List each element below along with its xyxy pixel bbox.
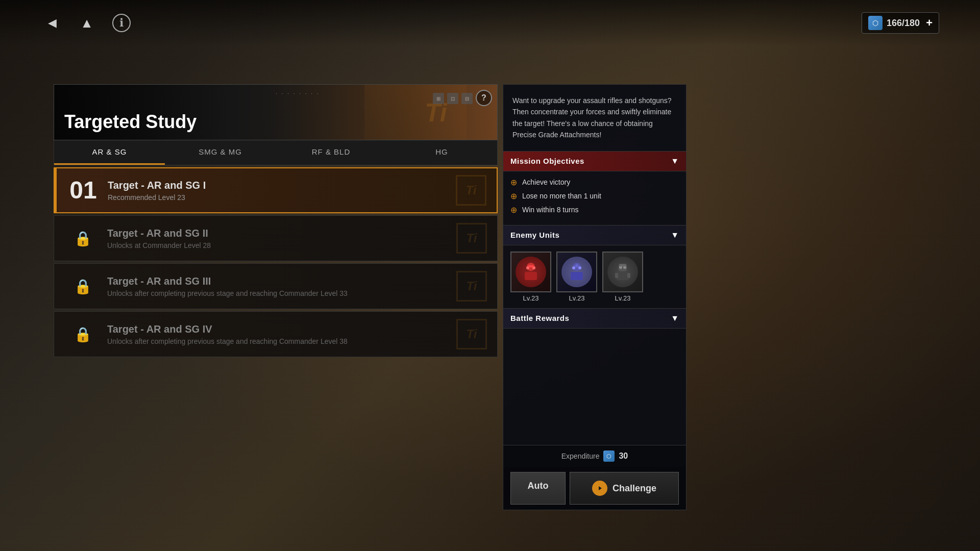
drive-button[interactable]: ▲ — [76, 12, 98, 34]
svg-rect-1 — [525, 272, 537, 280]
back-button[interactable]: ◀ — [41, 12, 63, 34]
mission-badge-4: Ti — [456, 319, 487, 349]
enemy-units-grid: Lv.23 Lv.23 — [503, 245, 686, 309]
unit-avatar-1 — [516, 257, 546, 287]
objectives-title: Mission Objectives — [510, 157, 584, 165]
objective-icon-1: ⊕ — [510, 178, 517, 187]
objective-3: ⊕ Win within 8 turns — [510, 205, 679, 215]
expenditure-bar: Expenditure ⬡ 30 — [503, 445, 686, 467]
header-icon-2: ⊡ — [447, 93, 458, 104]
mission-name-1: Target - AR and SG I — [108, 180, 488, 191]
action-buttons: Auto Challenge — [503, 467, 686, 510]
enemy-units-header[interactable]: Enemy Units ▼ — [503, 226, 686, 245]
battle-rewards-section: Battle Rewards ▼ — [503, 309, 686, 377]
objective-text-3: Win within 8 turns — [522, 206, 578, 214]
unit-level-3: Lv.23 — [615, 294, 631, 302]
enemy-units-title: Enemy Units — [510, 231, 559, 239]
mission-info-1: Target - AR and SG I Recommended Level 2… — [104, 180, 488, 202]
description-box: Want to upgrade your assault rifles and … — [503, 85, 686, 152]
enemy-unit-3: Lv.23 — [602, 252, 643, 302]
svg-point-8 — [578, 266, 581, 269]
lock-icon-2: 🔒 — [62, 230, 103, 247]
tab-rf-bld[interactable]: RF & BLD — [276, 140, 386, 165]
mission-name-2: Target - AR and SG II — [107, 228, 489, 239]
battle-rewards-chevron: ▼ — [671, 314, 679, 323]
objective-icon-3: ⊕ — [510, 205, 517, 215]
lock-icon-3: 🔒 — [62, 278, 103, 295]
spacer — [503, 377, 686, 445]
unit-level-2: Lv.23 — [569, 294, 585, 302]
header-icon-1: ⊞ — [433, 93, 444, 104]
main-panel: · · · · · · · · Ti ⊞ ⊡ ⊟ Targeted Study … — [54, 84, 498, 510]
battle-rewards-header[interactable]: Battle Rewards ▼ — [503, 309, 686, 329]
tab-bar: AR & SG SMG & MG RF & BLD HG — [54, 140, 498, 165]
tab-hg[interactable]: HG — [386, 140, 497, 165]
info-icon: ℹ — [112, 14, 131, 32]
mission-title: Targeted Study — [64, 111, 197, 133]
objective-text-1: Achieve victory — [522, 178, 570, 186]
mission-badge-2: Ti — [456, 223, 487, 254]
objectives-chevron: ▼ — [671, 157, 679, 166]
description-text: Want to upgrade your assault rifles and … — [512, 96, 672, 139]
enemy-units-chevron: ▼ — [671, 231, 679, 240]
mission-info-3: Target - AR and SG III Unlocks after com… — [103, 276, 489, 297]
topbar: ◀ ▲ ℹ ⬡ 166/180 + — [0, 0, 980, 46]
mission-item-2[interactable]: 🔒 Target - AR and SG II Unlocks at Comma… — [54, 215, 498, 261]
objective-icon-2: ⊕ — [510, 191, 517, 201]
mission-badge-3: Ti — [456, 271, 487, 302]
expenditure-value: 30 — [619, 452, 628, 461]
mission-info-4: Target - AR and SG IV Unlocks after comp… — [103, 323, 489, 345]
svg-rect-4 — [528, 265, 533, 267]
auto-button[interactable]: Auto — [510, 472, 566, 505]
svg-point-7 — [572, 266, 575, 269]
topbar-left: ◀ ▲ ℹ — [41, 12, 133, 34]
mission-sub-1: Recommended Level 23 — [108, 193, 488, 202]
expenditure-icon: ⬡ — [603, 450, 615, 462]
resource-count: 166/180 — [887, 18, 920, 29]
objective-1: ⊕ Achieve victory — [510, 178, 679, 187]
mission-badge-1: Ti — [456, 175, 486, 206]
tab-ar-sg[interactable]: AR & SG — [54, 140, 165, 165]
help-button[interactable]: ? — [476, 90, 492, 106]
objective-text-2: Lose no more than 1 unit — [522, 192, 601, 200]
svg-rect-6 — [571, 272, 583, 280]
right-panel: Want to upgrade your assault rifles and … — [503, 84, 687, 510]
expenditure-label: Expenditure — [561, 452, 600, 460]
mission-info-2: Target - AR and SG II Unlocks at Command… — [103, 228, 489, 249]
svg-rect-14 — [620, 264, 626, 266]
mission-number-1: 01 — [63, 178, 104, 203]
mission-list: 01 Target - AR and SG I Recommended Leve… — [54, 167, 498, 357]
mission-sub-3: Unlocks after completing previous stage … — [107, 289, 489, 297]
drive-icon: ▲ — [80, 15, 93, 31]
objectives-header[interactable]: Mission Objectives ▼ — [503, 152, 686, 171]
svg-rect-15 — [615, 273, 618, 278]
unit-portrait-3 — [602, 252, 643, 292]
challenge-icon — [592, 481, 607, 496]
mission-item-3[interactable]: 🔒 Target - AR and SG III Unlocks after c… — [54, 263, 498, 309]
enemy-unit-2: Lv.23 — [556, 252, 597, 302]
enemy-units-section: Enemy Units ▼ Lv.23 — [503, 226, 686, 309]
unit-avatar-2 — [561, 257, 592, 287]
challenge-button[interactable]: Challenge — [570, 472, 679, 505]
header-dots: · · · · · · · · — [276, 91, 320, 96]
unit-level-1: Lv.23 — [523, 294, 539, 302]
unit-avatar-3 — [607, 257, 638, 287]
header-icon-3: ⊟ — [461, 93, 473, 104]
mission-item-4[interactable]: 🔒 Target - AR and SG IV Unlocks after co… — [54, 311, 498, 357]
tab-smg-mg[interactable]: SMG & MG — [165, 140, 276, 165]
svg-rect-16 — [627, 273, 630, 278]
mission-sub-2: Unlocks at Commander Level 28 — [107, 241, 489, 249]
lock-icon-4: 🔒 — [62, 326, 103, 343]
add-resource-button[interactable]: + — [926, 16, 933, 30]
svg-rect-11 — [617, 272, 629, 280]
objective-2: ⊕ Lose no more than 1 unit — [510, 191, 679, 201]
unit-portrait-2 — [556, 252, 597, 292]
battle-rewards-title: Battle Rewards — [510, 314, 569, 322]
objectives-list: ⊕ Achieve victory ⊕ Lose no more than 1 … — [503, 171, 686, 226]
info-button[interactable]: ℹ — [110, 12, 133, 34]
unit-portrait-1 — [510, 252, 551, 292]
mission-sub-4: Unlocks after completing previous stage … — [107, 337, 489, 345]
enemy-unit-1: Lv.23 — [510, 252, 551, 302]
mission-name-4: Target - AR and SG IV — [107, 323, 489, 335]
mission-item-1[interactable]: 01 Target - AR and SG I Recommended Leve… — [54, 167, 498, 213]
